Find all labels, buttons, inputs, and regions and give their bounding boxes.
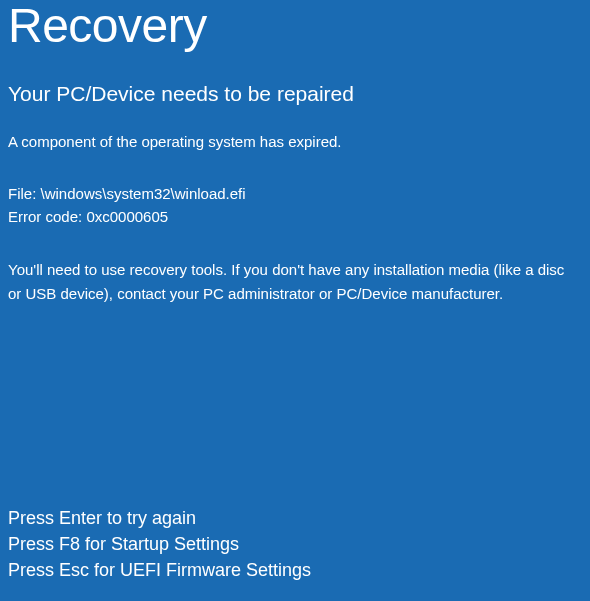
- file-line: File: \windows\system32\winload.efi: [8, 183, 590, 206]
- file-label: File:: [8, 185, 36, 202]
- recovery-instructions: You'll need to use recovery tools. If yo…: [0, 258, 590, 305]
- action-enter: Press Enter to try again: [8, 505, 311, 531]
- recovery-subtitle: Your PC/Device needs to be repaired: [0, 81, 590, 106]
- recovery-title: Recovery: [0, 0, 590, 53]
- error-code-line: Error code: 0xc0000605: [8, 206, 590, 229]
- key-actions: Press Enter to try again Press F8 for St…: [8, 505, 311, 583]
- error-code-value: 0xc0000605: [86, 208, 168, 225]
- action-esc: Press Esc for UEFI Firmware Settings: [8, 557, 311, 583]
- error-message: A component of the operating system has …: [0, 132, 590, 152]
- file-path: \windows\system32\winload.efi: [41, 185, 246, 202]
- file-error-block: File: \windows\system32\winload.efi Erro…: [0, 183, 590, 228]
- error-code-label: Error code:: [8, 208, 82, 225]
- action-f8: Press F8 for Startup Settings: [8, 531, 311, 557]
